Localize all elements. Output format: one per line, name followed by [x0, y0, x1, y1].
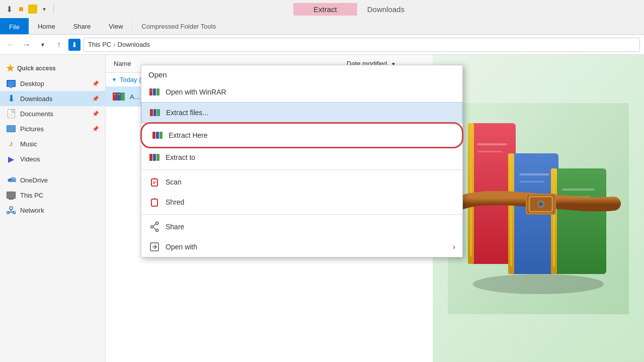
- svg-rect-19: [152, 132, 155, 139]
- star-icon: ★: [6, 63, 14, 74]
- context-menu: Open Open with WinRAR: [141, 65, 463, 257]
- context-item-shred[interactable]: Shred: [141, 192, 462, 212]
- extract-to-icon: [148, 151, 160, 163]
- svg-rect-22: [149, 154, 152, 161]
- svg-line-31: [153, 228, 156, 230]
- sidebar-item-desktop[interactable]: Desktop 📌: [0, 76, 105, 91]
- winrar-menu-icon: [148, 86, 160, 98]
- sidebar-item-documents[interactable]: Documents 📌: [0, 106, 105, 121]
- dropdown-button[interactable]: ▼: [36, 38, 49, 51]
- sidebar-item-music-label: Music: [20, 140, 37, 148]
- pin-icon-downloads: 📌: [92, 96, 99, 102]
- compressed-folder-tools-section: Compressed Folder Tools: [132, 18, 225, 34]
- svg-rect-25: [151, 179, 157, 186]
- svg-rect-12: [149, 88, 152, 96]
- context-item-open-with[interactable]: Open with ›: [141, 237, 462, 257]
- up-button[interactable]: ↑: [52, 38, 65, 51]
- svg-point-29: [156, 229, 158, 232]
- sidebar-item-downloads[interactable]: ⬇ Downloads 📌: [0, 91, 105, 106]
- sidebar: ★ Quick access Desktop 📌 ⬇ Downloads 📌: [0, 55, 106, 362]
- qat-icon-2[interactable]: ■: [16, 4, 26, 14]
- context-sep-1: [141, 169, 462, 170]
- share-icon: [148, 221, 160, 233]
- extract-here-icon: [151, 129, 164, 141]
- sidebar-item-downloads-label: Downloads: [20, 95, 52, 103]
- tab-view[interactable]: View: [100, 18, 132, 34]
- context-item-open-winrar[interactable]: Open with WinRAR: [141, 82, 462, 102]
- sidebar-item-music[interactable]: ♪ Music: [0, 136, 105, 151]
- desktop-icon: [6, 78, 16, 88]
- pictures-icon: [6, 124, 16, 134]
- forward-button[interactable]: →: [20, 38, 33, 51]
- qat-icon-1[interactable]: ⬇: [4, 4, 14, 14]
- scan-icon: [148, 176, 160, 188]
- svg-rect-16: [150, 109, 153, 116]
- sidebar-item-this-pc[interactable]: This PC: [0, 188, 105, 203]
- context-share-label: Share: [166, 223, 184, 231]
- back-button[interactable]: ←: [4, 38, 17, 51]
- quick-access-header: ★ Quick access: [0, 59, 105, 76]
- open-with-icon: [148, 241, 160, 253]
- videos-icon: ▶: [6, 154, 16, 164]
- context-open-winrar-label: Open with WinRAR: [166, 88, 226, 96]
- svg-point-1: [10, 207, 13, 210]
- address-bar-area: ← → ▼ ↑ ⬇ This PC › Downloads: [0, 35, 644, 55]
- sidebar-item-videos[interactable]: ▶ Videos: [0, 151, 105, 166]
- context-scan-label: Scan: [166, 178, 182, 186]
- svg-rect-20: [156, 132, 159, 139]
- quick-access-label: Quick access: [17, 65, 56, 72]
- context-item-share[interactable]: Share: [141, 217, 462, 237]
- shred-icon: [148, 196, 160, 208]
- sidebar-item-documents-label: Documents: [20, 110, 53, 118]
- extract-tab-indicator[interactable]: Extract: [293, 3, 357, 16]
- main-layout: ★ Quick access Desktop 📌 ⬇ Downloads 📌: [0, 55, 644, 362]
- pin-icon-pictures: 📌: [92, 126, 99, 132]
- qat-dropdown[interactable]: ▼: [39, 4, 49, 14]
- path-downloads: Downloads: [118, 41, 150, 48]
- sidebar-item-this-pc-label: This PC: [20, 192, 43, 199]
- extract-files-icon: [149, 107, 161, 119]
- pin-icon-desktop: 📌: [92, 80, 99, 87]
- submenu-arrow: ›: [453, 242, 455, 251]
- network-icon: [6, 205, 16, 215]
- onedrive-icon: [6, 175, 16, 185]
- this-pc-icon: [6, 190, 16, 200]
- svg-rect-17: [153, 109, 156, 116]
- context-menu-overlay: Open Open with WinRAR: [106, 55, 644, 362]
- svg-rect-14: [156, 88, 159, 96]
- context-item-extract-files[interactable]: Extract files...: [141, 102, 462, 123]
- context-extract-here-label: Extract Here: [169, 131, 208, 139]
- qat-icon-3[interactable]: [28, 5, 37, 14]
- sidebar-item-videos-label: Videos: [20, 155, 40, 163]
- tab-share[interactable]: Share: [64, 18, 100, 34]
- context-open-label: Open: [141, 65, 462, 82]
- tab-home[interactable]: Home: [29, 18, 64, 34]
- path-this-pc: This PC: [88, 41, 111, 48]
- tab-file[interactable]: File: [0, 18, 29, 34]
- ribbon-top-bar: ⬇ ■ ▼ Extract Downloads: [0, 0, 644, 18]
- svg-rect-23: [153, 154, 156, 161]
- pin-icon-documents: 📌: [92, 111, 99, 117]
- svg-point-27: [156, 222, 158, 225]
- ribbon-center: Extract Downloads: [58, 3, 640, 16]
- svg-rect-0: [8, 180, 16, 182]
- svg-rect-24: [156, 154, 159, 161]
- sidebar-item-onedrive[interactable]: OneDrive: [0, 172, 105, 188]
- compressed-folder-tools-label: Compressed Folder Tools: [132, 20, 225, 33]
- spacer: [0, 166, 105, 172]
- window-title-top: Downloads: [367, 5, 405, 14]
- context-extract-files-label: Extract files...: [166, 109, 208, 117]
- context-item-extract-here[interactable]: Extract Here: [144, 125, 459, 145]
- context-item-extract-to[interactable]: Extract to: [141, 147, 462, 167]
- download-icon: ⬇: [6, 94, 16, 104]
- context-extract-to-label: Extract to: [166, 153, 195, 161]
- context-item-scan[interactable]: Scan: [141, 172, 462, 192]
- sidebar-item-pictures[interactable]: Pictures 📌: [0, 121, 105, 136]
- address-bar[interactable]: This PC › Downloads: [84, 38, 640, 52]
- sidebar-item-network-label: Network: [20, 207, 44, 214]
- sidebar-item-onedrive-label: OneDrive: [20, 176, 48, 184]
- sidebar-item-desktop-label: Desktop: [20, 80, 44, 87]
- svg-rect-26: [151, 199, 157, 206]
- sidebar-item-network[interactable]: Network: [0, 203, 105, 218]
- context-open-with-label: Open with: [166, 243, 197, 251]
